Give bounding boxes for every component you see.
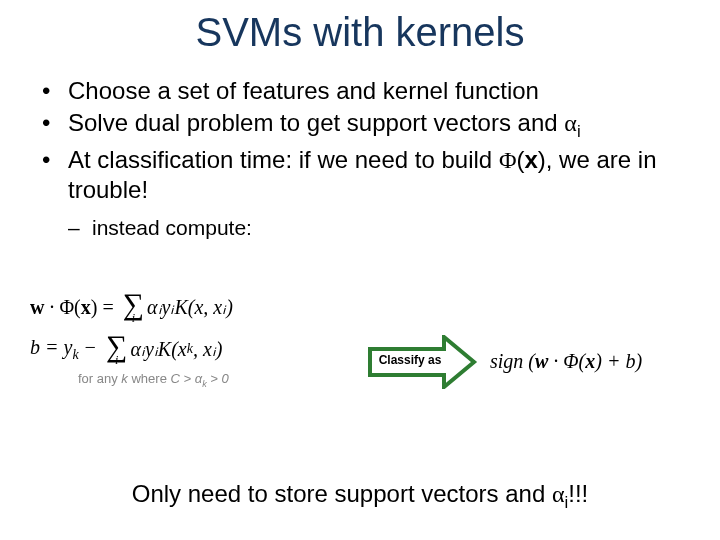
cond-pre: for any bbox=[78, 371, 121, 386]
alpha-subscript: i bbox=[577, 122, 581, 141]
result-equation: sign (w · Φ(x) + b) bbox=[490, 350, 642, 373]
x-bold: x bbox=[524, 146, 537, 173]
b-var: b bbox=[625, 350, 635, 372]
condition-text: for any k where C > αk > 0 bbox=[78, 372, 370, 389]
equals: = bbox=[97, 296, 113, 318]
sum-index: i bbox=[115, 355, 118, 366]
bullet-3-text: At classification time: if we need to bu… bbox=[68, 145, 680, 205]
eq2-lhs-pre: b = y bbox=[30, 336, 72, 358]
eq2-term-end: , xᵢ) bbox=[193, 338, 223, 360]
bullet-2-pre: Solve dual problem to get support vector… bbox=[68, 109, 564, 136]
summation: ∑ i bbox=[106, 332, 127, 366]
dot-op: · bbox=[548, 350, 563, 372]
alpha-symbol: α bbox=[564, 110, 577, 136]
equation-2: b = yk − ∑ i αᵢyᵢK(xk, xᵢ) bbox=[30, 332, 370, 366]
footer-text: Only need to store support vectors and α… bbox=[0, 480, 720, 513]
slide: SVMs with kernels • Choose a set of feat… bbox=[0, 0, 720, 540]
bullet-dot: • bbox=[40, 108, 68, 138]
arrow-label: Classify as bbox=[376, 353, 444, 367]
bullet-1-text: Choose a set of features and kernel func… bbox=[68, 76, 680, 106]
sum-index: i bbox=[132, 313, 135, 324]
bullet-list: • Choose a set of features and kernel fu… bbox=[40, 76, 680, 241]
bullet-1: • Choose a set of features and kernel fu… bbox=[40, 76, 680, 106]
eq1-rhs: αᵢyᵢK(x, xᵢ) bbox=[147, 296, 233, 318]
equation-1: w · Φ(x) = ∑ i αᵢyᵢK(x, xᵢ) bbox=[30, 290, 370, 324]
w-bold: w bbox=[535, 350, 548, 372]
cond-expr: C > α bbox=[171, 371, 203, 386]
paren-close: ) bbox=[635, 350, 642, 372]
eq2-lhs: b = yk − bbox=[30, 336, 97, 362]
sub-bullet-1: – instead compute: bbox=[68, 215, 680, 241]
footer-post: !!! bbox=[568, 480, 588, 507]
cond-end: > 0 bbox=[207, 371, 229, 386]
phi-symbol: Φ bbox=[499, 147, 517, 173]
x-bold: x bbox=[81, 296, 91, 318]
sign-fn: sign bbox=[490, 350, 523, 372]
footer-pre: Only need to store support vectors and bbox=[132, 480, 552, 507]
dot-op: · bbox=[44, 296, 59, 318]
slide-title: SVMs with kernels bbox=[0, 10, 720, 55]
summation: ∑ i bbox=[123, 290, 144, 324]
bullet-3: • At classification time: if we need to … bbox=[40, 145, 680, 205]
plus: ) + bbox=[595, 350, 625, 372]
alpha-symbol: α bbox=[552, 481, 565, 507]
cond-mid: where bbox=[128, 371, 171, 386]
bullet-dot: • bbox=[40, 76, 68, 106]
bullet-dot: • bbox=[40, 145, 68, 175]
eq2-rhs: αᵢyᵢK(xk, xᵢ) bbox=[130, 338, 222, 360]
w-bold: w bbox=[30, 296, 44, 318]
x-bold: x bbox=[585, 350, 595, 372]
equations: w · Φ(x) = ∑ i αᵢyᵢK(x, xᵢ) b = yk − ∑ i… bbox=[30, 290, 370, 388]
eq1-lhs: w · Φ(x) = bbox=[30, 296, 114, 318]
bullet-3-pre: At classification time: if we need to bu… bbox=[68, 146, 499, 173]
arrow-container: Classify as bbox=[368, 335, 478, 389]
eq2-term-pre: αᵢyᵢK(x bbox=[130, 338, 186, 360]
minus: − bbox=[79, 336, 98, 358]
paren-open: ( bbox=[523, 350, 535, 372]
phi-symbol: Φ bbox=[563, 350, 578, 372]
bullet-2: • Solve dual problem to get support vect… bbox=[40, 108, 680, 143]
sub-bullet-1-text: instead compute: bbox=[92, 215, 252, 241]
bullet-2-text: Solve dual problem to get support vector… bbox=[68, 108, 680, 143]
bullet-dash: – bbox=[68, 215, 92, 241]
phi-symbol: Φ bbox=[59, 296, 74, 318]
